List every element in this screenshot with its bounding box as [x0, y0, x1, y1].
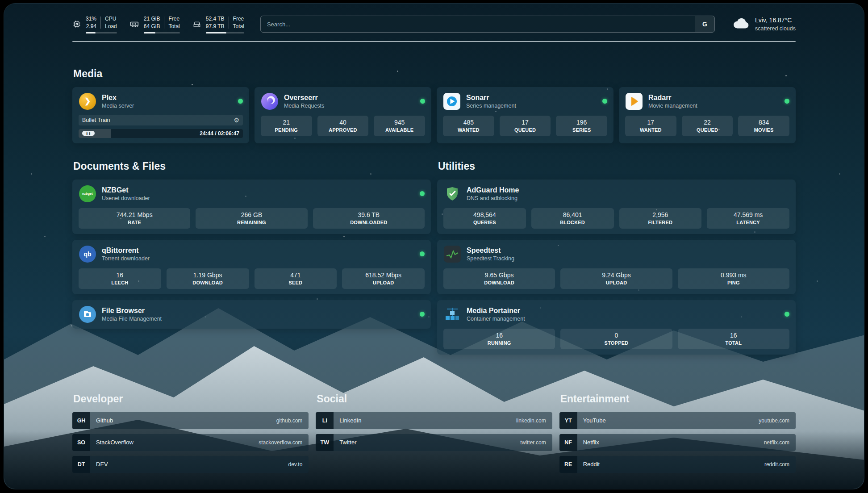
- app-subtitle: Movie management: [648, 103, 697, 109]
- stat-ping: 0.993 ms PING: [678, 268, 789, 289]
- app-subtitle: Torrent downloader: [102, 255, 150, 262]
- speedtest-icon: [443, 245, 461, 263]
- now-playing-title: Bullet Train: [82, 117, 110, 123]
- app-subtitle: Media Requests: [284, 103, 324, 109]
- stat-leech: 16 LEECH: [79, 268, 161, 289]
- bookmark-youtube[interactable]: YT YouTube youtube.com: [559, 412, 796, 429]
- section-developer: Developer GH Github github.com SO StackO…: [72, 393, 309, 478]
- cloud-icon: [731, 17, 750, 32]
- status-dot: [420, 191, 425, 196]
- app-subtitle: Series management: [466, 103, 516, 109]
- youtube-abbr-icon: YT: [559, 412, 577, 429]
- divider: [164, 17, 164, 29]
- app-card-adguard[interactable]: AdGuard Home DNS and adblocking 498,564 …: [437, 180, 796, 234]
- disk-total-value: 97.9 TB: [206, 23, 225, 30]
- stat-queued: 17 QUEUED: [500, 116, 551, 136]
- settings-gear-icon[interactable]: ⚙: [234, 117, 239, 124]
- app-card-overseerr[interactable]: Overseerr Media Requests 21 PENDING 40 A…: [255, 87, 431, 143]
- status-dot: [238, 99, 243, 104]
- stat-rate: 744.21 Mbps RATE: [79, 208, 190, 229]
- portainer-icon: [443, 305, 461, 323]
- app-name: NZBGet: [102, 186, 150, 194]
- stat-remaining: 266 GB REMAINING: [196, 208, 307, 229]
- search-bar: G: [260, 16, 715, 33]
- playback-time: 24:44 / 02:06:47: [200, 130, 239, 137]
- linkedin-abbr-icon: LI: [316, 412, 334, 429]
- stat-download: 9.65 Gbps DOWNLOAD: [443, 268, 555, 289]
- app-card-plex[interactable]: ❯ Plex Media server Bullet Train ⚙: [72, 87, 249, 143]
- bookmark-netflix[interactable]: NF Netflix netflix.com: [559, 434, 796, 451]
- section-utilities: Utilities AdGuard Home DNS and adblockin…: [437, 160, 796, 355]
- snow-particles: [4, 4, 5, 5]
- nzbget-icon: nzbget: [79, 185, 96, 203]
- documents-heading: Documents & Files: [73, 160, 431, 172]
- twitter-abbr-icon: TW: [316, 434, 334, 451]
- section-entertainment: Entertainment YT YouTube youtube.com NF …: [559, 393, 796, 478]
- cpu-load-value: 2.94: [86, 23, 96, 30]
- section-documents: Documents & Files nzbget NZBGet Usenet d…: [72, 160, 431, 355]
- app-subtitle: Usenet downloader: [102, 195, 150, 201]
- status-dot: [420, 312, 425, 317]
- cpu-progress-track: [86, 32, 117, 33]
- search-input[interactable]: [261, 16, 695, 32]
- app-card-speedtest[interactable]: Speedtest Speedtest Tracking 9.65 Gbps D…: [437, 240, 796, 294]
- sonarr-icon: [443, 92, 461, 110]
- ram-icon: [129, 19, 139, 29]
- dev-abbr-icon: DT: [72, 456, 90, 473]
- weather-condition: scattered clouds: [755, 25, 796, 33]
- app-card-sonarr[interactable]: Sonarr Series management 485 WANTED 17 Q…: [437, 87, 613, 143]
- app-card-qbittorrent[interactable]: qb qBittorrent Torrent downloader 16 LEE…: [72, 240, 431, 294]
- app-card-portainer[interactable]: Media Portainer Container management 16 …: [437, 300, 796, 355]
- disk-free-label: Free: [233, 15, 244, 23]
- app-subtitle: DNS and adblocking: [467, 195, 519, 201]
- stat-filtered: 2,956 FILTERED: [619, 208, 702, 229]
- reddit-abbr-icon: RE: [559, 456, 577, 473]
- status-dot: [420, 251, 425, 256]
- bookmark-stackoverflow[interactable]: SO StackOverflow stackoverflow.com: [72, 434, 309, 451]
- plex-progress-bar[interactable]: ❚❚ 24:44 / 02:06:47: [79, 129, 243, 138]
- netflix-abbr-icon: NF: [559, 434, 577, 451]
- stat-wanted: 485 WANTED: [443, 116, 494, 136]
- entertainment-heading: Entertainment: [560, 393, 796, 405]
- stat-available: 945 AVAILABLE: [374, 116, 425, 136]
- cpu-icon: [72, 20, 81, 29]
- stat-downloaded: 39.6 TB DOWNLOADED: [313, 208, 425, 229]
- utilities-heading: Utilities: [438, 160, 796, 172]
- filebrowser-icon: [79, 305, 96, 323]
- github-abbr-icon: GH: [72, 412, 90, 429]
- app-name: AdGuard Home: [467, 186, 519, 194]
- bookmark-dev[interactable]: DT DEV dev.to: [72, 456, 309, 473]
- stat-queued: 22 QUEUED: [682, 116, 733, 136]
- social-heading: Social: [317, 393, 552, 405]
- stat-movies: 834 MOVIES: [738, 116, 789, 136]
- search-engine-button[interactable]: G: [695, 16, 714, 32]
- header-divider: [72, 41, 796, 42]
- app-name: Plex: [102, 94, 134, 102]
- stat-queries: 498,564 QUERIES: [443, 208, 526, 229]
- app-card-radarr[interactable]: Radarr Movie management 17 WANTED 22 QUE…: [619, 87, 796, 143]
- bookmark-twitter[interactable]: TW Twitter twitter.com: [316, 434, 552, 451]
- ram-total-label: Total: [168, 23, 179, 30]
- bookmark-linkedin[interactable]: LI LinkedIn linkedin.com: [316, 412, 552, 429]
- status-dot: [785, 312, 789, 317]
- app-name: Radarr: [648, 94, 697, 102]
- divider: [100, 17, 101, 29]
- bookmark-reddit[interactable]: RE Reddit reddit.com: [559, 456, 796, 473]
- disk-progress-track: [206, 32, 244, 33]
- app-subtitle: Speedtest Tracking: [467, 255, 514, 262]
- app-name: Sonarr: [466, 94, 516, 102]
- status-dot: [602, 99, 607, 104]
- pause-button[interactable]: ❚❚: [82, 131, 95, 136]
- section-social: Social LI LinkedIn linkedin.com TW Twitt…: [316, 393, 552, 478]
- app-subtitle: Media File Management: [102, 316, 162, 322]
- ram-free-value: 21 GiB: [144, 15, 160, 23]
- app-name: File Browser: [102, 307, 162, 315]
- pause-icon: ❚❚: [86, 132, 91, 135]
- app-card-filebrowser[interactable]: File Browser Media File Management: [72, 300, 431, 329]
- bookmark-github[interactable]: GH Github github.com: [72, 412, 309, 429]
- developer-heading: Developer: [73, 393, 309, 405]
- ram-progress-fill: [144, 32, 156, 33]
- stat-total: 16 TOTAL: [678, 329, 789, 349]
- stat-series: 196 SERIES: [556, 116, 607, 136]
- app-card-nzbget[interactable]: nzbget NZBGet Usenet downloader 744.21 M…: [72, 180, 431, 234]
